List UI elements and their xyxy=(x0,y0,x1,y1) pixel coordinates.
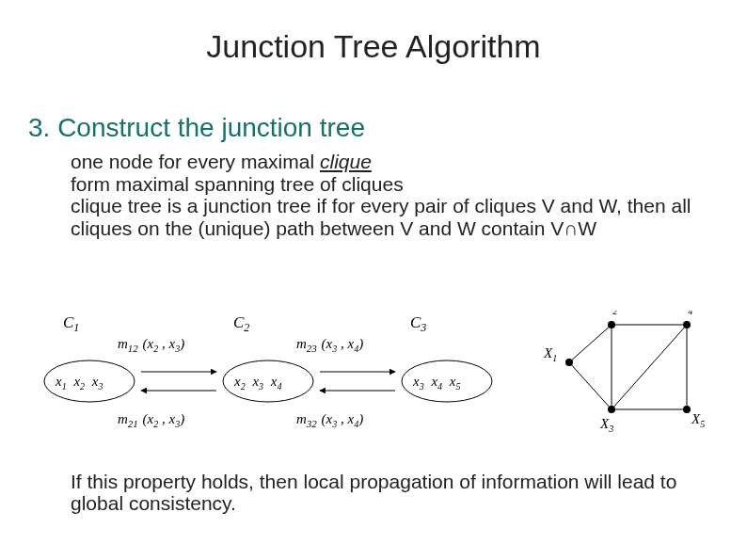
bullet-1-text: one node for every maximal xyxy=(71,151,320,172)
clique-c3-vars: x3 x4 x5 xyxy=(412,374,461,392)
message-m12: m12 (x2 , x3) xyxy=(118,336,184,355)
node-x1-label: X1 xyxy=(543,345,557,363)
node-x3-label: X3 xyxy=(599,416,613,434)
node-x3 xyxy=(608,406,615,413)
bullet-1: one node for every maximal clique xyxy=(71,151,715,173)
node-x5-label: X5 xyxy=(691,411,705,429)
node-x4 xyxy=(683,321,691,328)
closing-text: If this property holds, then local propa… xyxy=(71,471,710,514)
node-x5 xyxy=(683,406,691,413)
bullet-3: clique tree is a junction tree if for ev… xyxy=(71,195,715,239)
clique-c3-label: C3 xyxy=(410,313,426,334)
message-m23: m23 (x3 , x4) xyxy=(296,336,363,355)
node-x2-label: X2 xyxy=(603,311,617,316)
node-x2 xyxy=(608,321,615,328)
diagram: C1 x1 x2 x3 C2 x2 x3 x4 C3 x3 x4 x5 xyxy=(28,311,719,442)
message-m21: m21 (x2 , x3) xyxy=(118,411,184,430)
edge-x1-x3 xyxy=(569,362,612,409)
clique-c2-label: C2 xyxy=(233,313,249,334)
edge-x3-x4 xyxy=(612,325,687,409)
graph: X1 X2 X4 X3 X5 xyxy=(543,311,705,434)
step-heading: 3. Construct the junction tree xyxy=(28,113,365,143)
edge-x1-x2 xyxy=(569,325,612,362)
clique-c2-vars: x2 x3 x4 xyxy=(233,374,282,392)
message-m32: m32 (x3 , x4) xyxy=(296,411,363,430)
node-x1 xyxy=(565,359,573,366)
bullet-2: form maximal spanning tree of cliques xyxy=(71,173,715,196)
diagram-svg: C1 x1 x2 x3 C2 x2 x3 x4 C3 x3 x4 x5 xyxy=(28,311,719,442)
bullet-list: one node for every maximal clique form m… xyxy=(71,151,715,239)
slide-title: Junction Tree Algorithm xyxy=(0,28,747,65)
node-x4-label: X4 xyxy=(678,311,692,316)
clique-c1-vars: x1 x2 x3 xyxy=(55,374,103,392)
slide: Junction Tree Algorithm 3. Construct the… xyxy=(0,0,747,560)
bullet-1-emph: clique xyxy=(320,151,372,172)
clique-c1-label: C1 xyxy=(63,313,79,334)
